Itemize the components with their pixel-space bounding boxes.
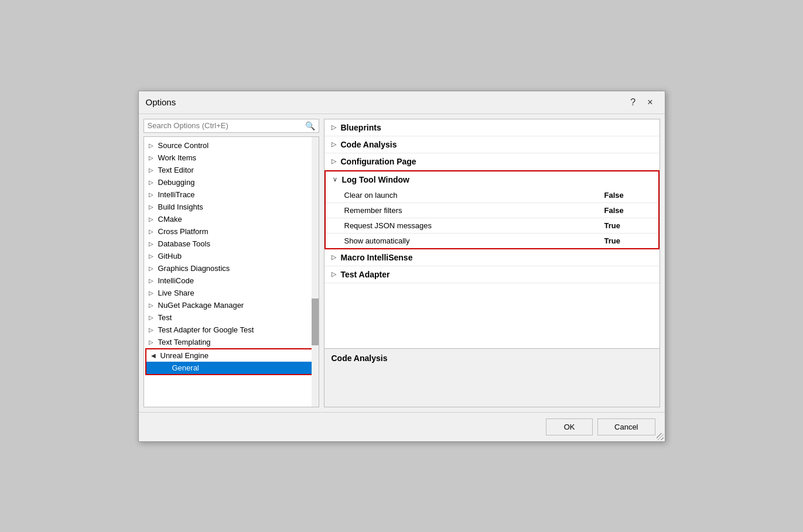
- expand-arrow: ▷: [149, 265, 157, 272]
- tree-item-debugging[interactable]: ▷ Debugging: [144, 176, 319, 188]
- prop-value: True: [604, 221, 651, 230]
- scrollbar-track[interactable]: [312, 137, 319, 407]
- description-label: Code Analysis: [332, 353, 388, 363]
- expand-arrow: ▷: [149, 253, 157, 259]
- tree-item-github[interactable]: ▷ GitHub: [144, 250, 319, 262]
- log-tool-window-section: ∨ Log Tool Window Clear on launch False …: [324, 170, 660, 249]
- tree-item-database-tools[interactable]: ▷ Database Tools: [144, 238, 319, 250]
- expand-arrow: ▷: [149, 228, 157, 235]
- prop-show-automatically[interactable]: Show automatically True: [326, 234, 658, 248]
- title-bar-controls: ? ×: [626, 96, 657, 109]
- tree-item-intellitrace[interactable]: ▷ IntelliTrace: [144, 188, 319, 201]
- prop-name: Remember filters: [344, 206, 604, 215]
- options-dialog: Options ? × 🔍 ▷ Source Control ▷ Work: [138, 91, 665, 442]
- right-row-test-adapter[interactable]: ▷ Test Adapter: [324, 266, 660, 283]
- ok-button[interactable]: OK: [546, 418, 593, 435]
- right-panel: ▷ Blueprints ▷ Code Analysis ▷ Configura…: [324, 119, 660, 407]
- expand-arrow: ▷: [332, 253, 341, 261]
- tree-item-unreal-engine[interactable]: ◀ Unreal Engine: [146, 349, 316, 362]
- expand-arrow: ▷: [149, 277, 157, 284]
- tree-item-build-insights[interactable]: ▷ Build Insights: [144, 201, 319, 213]
- tree-item-label: IntelliCode: [158, 276, 194, 285]
- expand-arrow: ▷: [149, 216, 157, 222]
- tree-item-label: General: [172, 363, 199, 372]
- tree-item-label: Source Control: [158, 141, 209, 150]
- expand-arrow: ▷: [332, 123, 341, 131]
- dialog-body: 🔍 ▷ Source Control ▷ Work Items ▷ Text E…: [139, 114, 665, 412]
- right-row-configuration-page[interactable]: ▷ Configuration Page: [324, 153, 660, 170]
- prop-clear-on-launch[interactable]: Clear on launch False: [326, 188, 658, 203]
- right-row-macro-intellisense[interactable]: ▷ Macro IntelliSense: [324, 249, 660, 266]
- prop-name: Show automatically: [344, 236, 604, 245]
- resize-handle[interactable]: [657, 433, 664, 440]
- right-row-label: Macro IntelliSense: [341, 253, 413, 262]
- tree-item-label: Text Editor: [158, 166, 194, 174]
- expand-arrow: ▷: [149, 155, 157, 161]
- expand-arrow: ▷: [149, 290, 157, 296]
- tree-item-test-adapter-google[interactable]: ▷ Test Adapter for Google Test: [144, 324, 319, 336]
- tree-item-text-templating[interactable]: ▷ Text Templating: [144, 336, 319, 348]
- tree-item-general[interactable]: General: [146, 362, 316, 374]
- tree-item-label: Database Tools: [158, 239, 210, 248]
- right-row-label: Blueprints: [341, 123, 381, 132]
- prop-name: Request JSON messages: [344, 221, 604, 230]
- expand-arrow: ▷: [149, 204, 157, 210]
- tree-item-graphics-diagnostics[interactable]: ▷ Graphics Diagnostics: [144, 262, 319, 274]
- expand-arrow: ▷: [149, 327, 157, 333]
- expand-arrow: ▷: [332, 270, 341, 278]
- search-input[interactable]: [148, 121, 305, 130]
- tree-item-label: Live Share: [158, 289, 194, 297]
- prop-name: Clear on launch: [344, 191, 604, 200]
- tree-item-cmake[interactable]: ▷ CMake: [144, 213, 319, 225]
- expand-arrow: ▷: [149, 167, 157, 173]
- right-row-label: Test Adapter: [341, 270, 390, 279]
- expand-arrow: ▷: [149, 339, 157, 345]
- right-top: ▷ Blueprints ▷ Code Analysis ▷ Configura…: [324, 119, 660, 348]
- tree-item-label: Test: [158, 313, 172, 322]
- tree-item-live-share[interactable]: ▷ Live Share: [144, 287, 319, 299]
- collapse-arrow: ∨: [333, 176, 342, 183]
- tree-list: ▷ Source Control ▷ Work Items ▷ Text Edi…: [143, 136, 319, 407]
- log-tool-window-label: Log Tool Window: [342, 175, 409, 184]
- log-tool-properties: Clear on launch False Remember filters F…: [326, 188, 658, 248]
- tree-item-label: Test Adapter for Google Test: [158, 325, 254, 334]
- right-row-code-analysis[interactable]: ▷ Code Analysis: [324, 136, 660, 153]
- tree-item-label: Text Templating: [158, 338, 211, 346]
- expand-arrow: ▷: [149, 191, 157, 198]
- search-box[interactable]: 🔍: [143, 119, 319, 133]
- tree-item-label: GitHub: [158, 252, 182, 260]
- expand-arrow: ▷: [149, 314, 157, 321]
- left-panel: 🔍 ▷ Source Control ▷ Work Items ▷ Text E…: [143, 119, 319, 407]
- prop-remember-filters[interactable]: Remember filters False: [326, 203, 658, 218]
- tree-item-test[interactable]: ▷ Test: [144, 311, 319, 324]
- right-row-blueprints[interactable]: ▷ Blueprints: [324, 119, 660, 136]
- close-button[interactable]: ×: [643, 96, 657, 109]
- tree-item-text-editor[interactable]: ▷ Text Editor: [144, 164, 319, 176]
- tree-item-work-items[interactable]: ▷ Work Items: [144, 152, 319, 164]
- dialog-footer: OK Cancel: [139, 412, 665, 441]
- log-tool-window-header[interactable]: ∨ Log Tool Window: [326, 171, 658, 188]
- tree-item-label: Unreal Engine: [160, 351, 209, 360]
- tree-item-label: Work Items: [158, 153, 197, 162]
- prop-value: True: [604, 236, 651, 245]
- help-button[interactable]: ?: [626, 96, 640, 109]
- prop-request-json[interactable]: Request JSON messages True: [326, 218, 658, 234]
- tree-item-label: Cross Platform: [158, 227, 209, 236]
- title-bar: Options ? ×: [139, 91, 665, 114]
- expand-arrow: ▷: [149, 302, 157, 308]
- expand-arrow: ▷: [149, 179, 157, 186]
- unreal-engine-section: ◀ Unreal Engine General: [145, 348, 317, 375]
- expand-arrow: ▷: [149, 142, 157, 149]
- collapse-arrow: ◀: [151, 352, 159, 359]
- tree-item-nuget[interactable]: ▷ NuGet Package Manager: [144, 299, 319, 311]
- dialog-title: Options: [146, 97, 176, 107]
- cancel-button[interactable]: Cancel: [597, 418, 655, 435]
- tree-item-source-control[interactable]: ▷ Source Control: [144, 139, 319, 152]
- scrollbar-thumb[interactable]: [312, 298, 319, 345]
- expand-arrow: ▷: [332, 157, 341, 165]
- description-section: Code Analysis: [324, 348, 660, 407]
- tree-item-label: CMake: [158, 215, 182, 224]
- tree-item-intellicode[interactable]: ▷ IntelliCode: [144, 274, 319, 287]
- search-icon: 🔍: [305, 121, 315, 131]
- tree-item-cross-platform[interactable]: ▷ Cross Platform: [144, 225, 319, 238]
